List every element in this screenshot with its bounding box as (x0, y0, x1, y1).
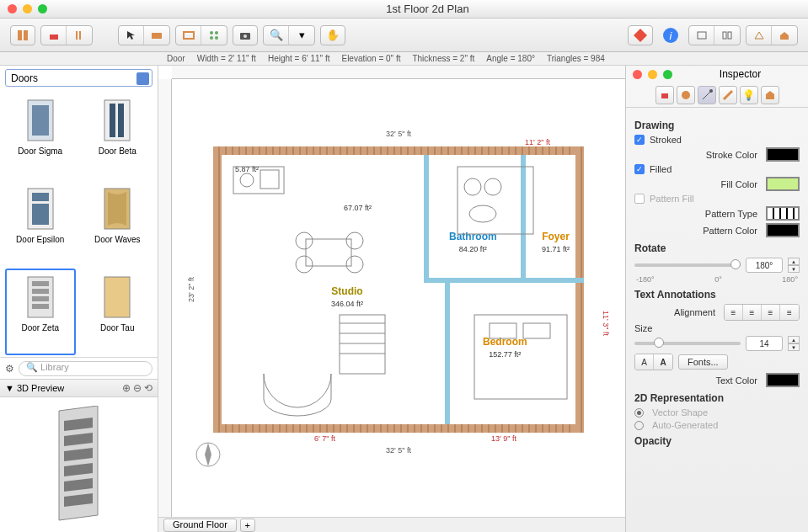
stroke-color-swatch[interactable] (766, 147, 800, 162)
size-slider[interactable] (634, 342, 741, 345)
rotate-step-up[interactable]: ▲ (788, 258, 800, 265)
library-search-input[interactable]: 🔍 Library (19, 361, 153, 376)
itab-2d[interactable] (698, 86, 716, 104)
svg-rect-3 (76, 31, 78, 40)
minimize-window-button[interactable] (23, 4, 32, 13)
itab-dimensions[interactable] (719, 86, 737, 104)
size-step-down[interactable]: ▼ (788, 343, 800, 351)
vector-shape-radio[interactable] (634, 408, 644, 418)
view-2d-button[interactable] (689, 26, 714, 45)
svg-rect-21 (110, 104, 115, 137)
rotate-slider[interactable] (634, 263, 741, 267)
preview-3d[interactable] (0, 397, 158, 532)
status-elevation: Elevation = 0" ft (341, 54, 400, 63)
svg-rect-29 (32, 289, 49, 294)
itab-material[interactable] (677, 86, 695, 104)
svg-rect-2 (50, 35, 58, 40)
library-panel: Doors Door Sigma Door Beta Door Epsilon … (0, 66, 158, 532)
alignment-segmented[interactable]: ≡≡≡≡ (724, 304, 800, 321)
status-angle: Angle = 180° (486, 54, 535, 63)
preview-zoom-out[interactable]: ⊖ (133, 382, 142, 394)
svg-rect-53 (458, 167, 533, 234)
tool-furniture[interactable] (41, 26, 67, 45)
svg-point-8 (215, 31, 218, 35)
canvas-area: 32' 5" ft 11' 2" ft 23' 2" ft 11' 3" ft … (158, 66, 625, 532)
view-split-button[interactable] (714, 26, 740, 45)
text-color-swatch[interactable] (766, 373, 800, 387)
zoom-window-button[interactable] (38, 4, 47, 13)
section-text: Text Annotations (634, 289, 800, 301)
ruler-horizontal (172, 66, 625, 79)
annotation-tool[interactable] (201, 26, 227, 45)
library-item-door-waves[interactable]: Door Waves (83, 180, 153, 267)
preview-reset[interactable]: ⟲ (144, 382, 153, 394)
svg-rect-30 (32, 296, 49, 301)
itab-object[interactable] (655, 86, 674, 104)
rotate-step-down[interactable]: ▼ (788, 265, 800, 273)
wall-tool[interactable] (144, 26, 169, 45)
info-button[interactable]: i (658, 25, 683, 45)
dim-top: 32' 5" ft (196, 130, 601, 138)
svg-rect-20 (104, 100, 130, 141)
dim-bottom: 32' 5" ft (196, 446, 601, 455)
zoom-dropdown[interactable]: ▾ (289, 26, 314, 45)
preview-zoom-in[interactable]: ⊕ (122, 382, 131, 394)
itab-building[interactable] (761, 86, 779, 104)
library-item-door-zeta[interactable]: Door Zeta (5, 269, 76, 355)
warnings-button[interactable] (628, 25, 653, 45)
svg-rect-5 (152, 33, 162, 39)
svg-rect-24 (32, 193, 49, 201)
tool-columns[interactable] (67, 26, 92, 45)
font-style-segmented[interactable]: AA (634, 354, 673, 370)
pattern-fill-checkbox[interactable] (634, 194, 645, 204)
fill-color-swatch[interactable] (766, 177, 800, 191)
library-item-door-sigma[interactable]: Door Sigma (5, 92, 76, 178)
inspector-zoom[interactable] (663, 70, 672, 79)
inspector-close[interactable] (633, 70, 642, 79)
pan-tool[interactable]: ✋ (320, 25, 345, 45)
zoom-tool[interactable]: 🔍 (264, 26, 289, 45)
filled-checkbox[interactable]: ✓ (634, 164, 645, 174)
view-3d-button[interactable] (746, 26, 772, 45)
inspector-min[interactable] (648, 70, 657, 79)
settings-icon[interactable]: ⚙ (5, 363, 14, 375)
add-floor-button[interactable]: + (240, 519, 255, 532)
svg-rect-42 (260, 170, 279, 189)
svg-rect-17 (728, 32, 731, 39)
preview-header[interactable]: ▼ 3D Preview ⊕ ⊖ ⟲ (0, 379, 158, 397)
stroked-checkbox[interactable]: ✓ (634, 135, 645, 145)
select-tool[interactable] (119, 26, 144, 45)
library-item-door-beta[interactable]: Door Beta (83, 92, 153, 178)
size-value[interactable]: 14 (746, 336, 783, 351)
floor-tab-ground[interactable]: Ground Floor (163, 519, 237, 532)
category-dropdown[interactable]: Doors (5, 69, 153, 87)
svg-rect-6 (184, 32, 194, 39)
svg-rect-4 (79, 31, 81, 40)
size-step-up[interactable]: ▲ (788, 336, 800, 343)
pattern-type-picker[interactable] (766, 206, 800, 221)
room-tool[interactable] (176, 26, 201, 45)
svg-point-63 (709, 89, 713, 93)
itab-light[interactable]: 💡 (740, 86, 758, 104)
camera-tool[interactable] (233, 25, 258, 45)
inspector-panel: Inspector 💡 Drawing ✓Stroked Stroke Colo… (625, 66, 808, 532)
status-object: Door (167, 54, 185, 63)
section-drawing: Drawing (634, 120, 800, 131)
fonts-button[interactable]: Fonts... (678, 354, 728, 370)
svg-rect-19 (32, 105, 49, 136)
canvas-stage[interactable]: 32' 5" ft 11' 2" ft 23' 2" ft 11' 3" ft … (172, 79, 625, 517)
close-window-button[interactable] (8, 4, 17, 13)
rotate-value[interactable]: 180° (746, 258, 783, 273)
svg-point-9 (210, 36, 213, 40)
pattern-color-swatch[interactable] (766, 223, 800, 237)
svg-rect-61 (661, 93, 668, 98)
view-house-button[interactable] (772, 26, 797, 45)
status-height: Height = 6' 11" ft (268, 54, 330, 63)
library-item-door-epsilon[interactable]: Door Epsilon (5, 180, 76, 267)
toggle-library-button[interactable] (10, 25, 35, 45)
svg-point-44 (296, 232, 313, 249)
auto-generated-radio[interactable] (634, 421, 644, 430)
library-item-door-tau[interactable]: Door Tau (83, 269, 153, 355)
svg-rect-0 (18, 30, 22, 40)
svg-point-55 (484, 178, 501, 195)
